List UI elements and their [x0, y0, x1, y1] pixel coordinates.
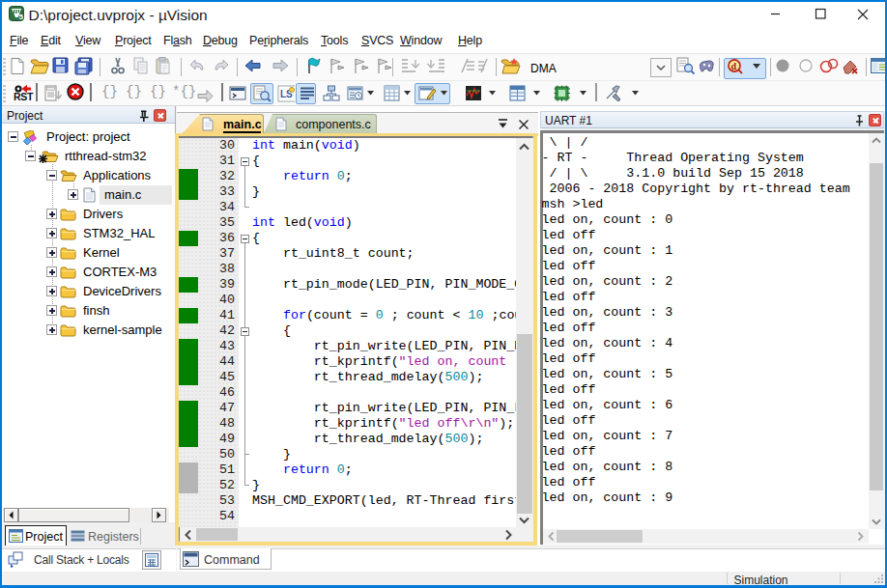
- svg-text:d: d: [731, 61, 737, 71]
- svg-text:5: 5: [19, 13, 24, 21]
